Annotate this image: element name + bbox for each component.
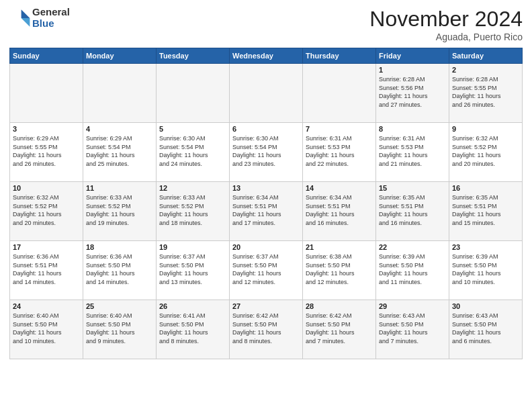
day-info: Sunrise: 6:37 AMSunset: 5:50 PMDaylight:… [159,253,226,286]
calendar-cell-4-3: 19Sunrise: 6:37 AMSunset: 5:50 PMDayligh… [157,241,230,300]
day-number: 2 [452,66,519,74]
calendar-cell-3-4: 13Sunrise: 6:34 AMSunset: 5:51 PMDayligh… [230,182,303,241]
day-number: 20 [232,243,300,251]
day-number: 5 [159,125,226,133]
calendar-cell-2-3: 5Sunrise: 6:30 AMSunset: 5:54 PMDaylight… [157,123,230,182]
calendar-cell-1-7: 2Sunrise: 6:28 AMSunset: 5:55 PMDaylight… [449,64,523,123]
calendar-cell-1-6: 1Sunrise: 6:28 AMSunset: 5:56 PMDaylight… [376,64,449,123]
day-number: 26 [159,302,226,310]
calendar-cell-2-1: 3Sunrise: 6:29 AMSunset: 5:55 PMDaylight… [10,123,83,182]
day-info: Sunrise: 6:39 AMSunset: 5:50 PMDaylight:… [379,253,446,286]
weekday-header-thursday: Thursday [303,48,376,64]
calendar-week-5: 24Sunrise: 6:40 AMSunset: 5:50 PMDayligh… [10,300,523,359]
calendar-cell-1-2 [83,64,157,123]
day-number: 4 [86,125,153,133]
calendar-cell-2-7: 9Sunrise: 6:32 AMSunset: 5:52 PMDaylight… [449,123,523,182]
day-number: 21 [306,243,373,251]
calendar-cell-4-2: 18Sunrise: 6:36 AMSunset: 5:50 PMDayligh… [83,241,157,300]
day-number: 6 [232,125,300,133]
calendar-cell-4-1: 17Sunrise: 6:36 AMSunset: 5:51 PMDayligh… [10,241,83,300]
day-info: Sunrise: 6:40 AMSunset: 5:50 PMDaylight:… [13,312,80,345]
day-number: 15 [379,184,446,192]
calendar-cell-3-2: 11Sunrise: 6:33 AMSunset: 5:52 PMDayligh… [83,182,157,241]
day-info: Sunrise: 6:35 AMSunset: 5:51 PMDaylight:… [452,193,519,227]
day-info: Sunrise: 6:36 AMSunset: 5:51 PMDaylight:… [13,253,80,286]
day-number: 12 [159,184,226,192]
weekday-header-row: SundayMondayTuesdayWednesdayThursdayFrid… [10,48,523,64]
calendar-cell-3-7: 16Sunrise: 6:35 AMSunset: 5:51 PMDayligh… [449,182,523,241]
day-info: Sunrise: 6:28 AMSunset: 5:56 PMDaylight:… [379,75,446,109]
day-number: 1 [379,66,446,74]
header: General Blue November 2024 Aguada, Puert… [9,7,523,42]
day-number: 19 [159,243,226,251]
weekday-header-tuesday: Tuesday [157,48,230,64]
location: Aguada, Puerto Rico [369,32,523,42]
calendar-cell-5-6: 29Sunrise: 6:43 AMSunset: 5:50 PMDayligh… [376,300,449,359]
day-info: Sunrise: 6:32 AMSunset: 5:52 PMDaylight:… [13,193,80,227]
day-number: 7 [306,125,373,133]
calendar-week-1: 1Sunrise: 6:28 AMSunset: 5:56 PMDaylight… [10,64,523,123]
day-info: Sunrise: 6:42 AMSunset: 5:50 PMDaylight:… [232,312,300,345]
day-info: Sunrise: 6:43 AMSunset: 5:50 PMDaylight:… [452,312,519,345]
day-info: Sunrise: 6:33 AMSunset: 5:52 PMDaylight:… [86,193,153,227]
calendar-header: SundayMondayTuesdayWednesdayThursdayFrid… [10,48,523,64]
calendar-week-4: 17Sunrise: 6:36 AMSunset: 5:51 PMDayligh… [10,241,523,300]
day-number: 23 [452,243,519,251]
day-number: 8 [379,125,446,133]
page: General Blue November 2024 Aguada, Puert… [0,0,532,411]
weekday-header-saturday: Saturday [449,48,523,64]
day-info: Sunrise: 6:40 AMSunset: 5:50 PMDaylight:… [86,312,153,345]
weekday-header-monday: Monday [83,48,157,64]
calendar-cell-2-5: 7Sunrise: 6:31 AMSunset: 5:53 PMDaylight… [303,123,376,182]
day-number: 28 [306,302,373,310]
day-number: 29 [379,302,446,310]
calendar-cell-3-6: 15Sunrise: 6:35 AMSunset: 5:51 PMDayligh… [376,182,449,241]
day-info: Sunrise: 6:29 AMSunset: 5:54 PMDaylight:… [86,134,153,168]
calendar-cell-5-2: 25Sunrise: 6:40 AMSunset: 5:50 PMDayligh… [83,300,157,359]
day-number: 14 [306,184,373,192]
calendar-cell-4-7: 23Sunrise: 6:39 AMSunset: 5:50 PMDayligh… [449,241,523,300]
day-number: 11 [86,184,153,192]
weekday-header-wednesday: Wednesday [230,48,303,64]
calendar-cell-2-2: 4Sunrise: 6:29 AMSunset: 5:54 PMDaylight… [83,123,157,182]
calendar-cell-4-5: 21Sunrise: 6:38 AMSunset: 5:50 PMDayligh… [303,241,376,300]
day-info: Sunrise: 6:30 AMSunset: 5:54 PMDaylight:… [232,134,300,168]
logo-general: General [32,7,70,18]
calendar-cell-4-6: 22Sunrise: 6:39 AMSunset: 5:50 PMDayligh… [376,241,449,300]
svg-marker-0 [21,9,30,18]
calendar-cell-5-5: 28Sunrise: 6:42 AMSunset: 5:50 PMDayligh… [303,300,376,359]
day-info: Sunrise: 6:28 AMSunset: 5:55 PMDaylight:… [452,75,519,109]
day-info: Sunrise: 6:31 AMSunset: 5:53 PMDaylight:… [306,134,373,168]
day-info: Sunrise: 6:33 AMSunset: 5:52 PMDaylight:… [159,193,226,227]
day-info: Sunrise: 6:41 AMSunset: 5:50 PMDaylight:… [159,312,226,345]
day-info: Sunrise: 6:34 AMSunset: 5:51 PMDaylight:… [232,193,300,227]
day-info: Sunrise: 6:34 AMSunset: 5:51 PMDaylight:… [306,193,373,227]
calendar-cell-4-4: 20Sunrise: 6:37 AMSunset: 5:50 PMDayligh… [230,241,303,300]
logo-icon [9,7,31,29]
calendar-cell-5-7: 30Sunrise: 6:43 AMSunset: 5:50 PMDayligh… [449,300,523,359]
calendar-cell-1-5 [303,64,376,123]
day-info: Sunrise: 6:35 AMSunset: 5:51 PMDaylight:… [379,193,446,227]
calendar-cell-1-3 [157,64,230,123]
day-info: Sunrise: 6:43 AMSunset: 5:50 PMDaylight:… [379,312,446,345]
day-info: Sunrise: 6:42 AMSunset: 5:50 PMDaylight:… [306,312,373,345]
logo-blue: Blue [32,18,70,30]
day-number: 22 [379,243,446,251]
day-number: 13 [232,184,300,192]
calendar-cell-5-4: 27Sunrise: 6:42 AMSunset: 5:50 PMDayligh… [230,300,303,359]
logo-text: General Blue [32,7,70,29]
day-number: 30 [452,302,519,310]
day-number: 16 [452,184,519,192]
day-info: Sunrise: 6:39 AMSunset: 5:50 PMDaylight:… [452,253,519,286]
day-number: 25 [86,302,153,310]
day-info: Sunrise: 6:36 AMSunset: 5:50 PMDaylight:… [86,253,153,286]
month-title: November 2024 [369,7,523,32]
day-number: 9 [452,125,519,133]
calendar-cell-2-4: 6Sunrise: 6:30 AMSunset: 5:54 PMDaylight… [230,123,303,182]
day-number: 10 [13,184,80,192]
calendar-cell-3-1: 10Sunrise: 6:32 AMSunset: 5:52 PMDayligh… [10,182,83,241]
day-number: 3 [13,125,80,133]
day-info: Sunrise: 6:32 AMSunset: 5:52 PMDaylight:… [452,134,519,168]
calendar-cell-5-3: 26Sunrise: 6:41 AMSunset: 5:50 PMDayligh… [157,300,230,359]
calendar-cell-3-3: 12Sunrise: 6:33 AMSunset: 5:52 PMDayligh… [157,182,230,241]
